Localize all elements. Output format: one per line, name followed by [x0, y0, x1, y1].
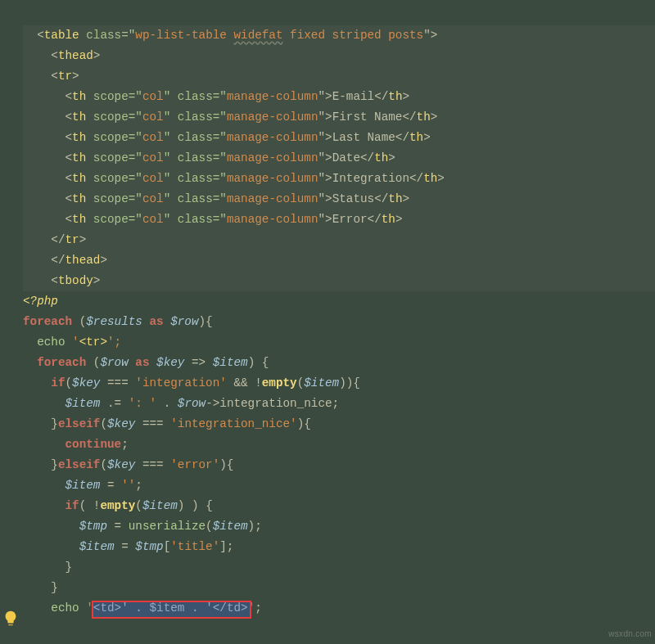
code-line: foreach ($results as $row){	[23, 312, 655, 332]
code-line: <th scope="col" class="manage-column">E-…	[23, 87, 655, 107]
code-line: <thead>	[23, 46, 655, 66]
code-line: }	[23, 557, 655, 578]
code-line: $tmp = unserialize($item);	[23, 516, 655, 537]
code-line: continue;	[23, 435, 655, 455]
code-line: <th scope="col" class="manage-column">In…	[23, 169, 655, 189]
code-line: </thead>	[23, 250, 655, 271]
editor-gutter	[0, 0, 23, 644]
code-line: <tr>	[23, 66, 655, 87]
code-line: }elseif($key === 'error'){	[23, 455, 655, 475]
code-line: <th scope="col" class="manage-column">Er…	[23, 209, 655, 230]
code-line: <tbody>	[23, 271, 655, 291]
code-line: foreach ($row as $key => $item) {	[23, 353, 655, 373]
code-line: if( !empty($item) ) {	[23, 496, 655, 516]
code-line: if($key === 'integration' && !empty($ite…	[23, 373, 655, 394]
code-line: echo '<tr>';	[23, 332, 655, 353]
code-line: <th scope="col" class="manage-column">St…	[23, 189, 655, 209]
code-line: <th scope="col" class="manage-column">Da…	[23, 148, 655, 169]
code-line: $item = $tmp['title'];	[23, 537, 655, 557]
lightbulb-icon[interactable]	[2, 610, 20, 628]
code-line: <table class="wp-list-table widefat fixe…	[23, 25, 655, 46]
code-line: <th scope="col" class="manage-column">Fi…	[23, 107, 655, 128]
code-line: }	[23, 578, 655, 598]
code-line: </tr>	[23, 230, 655, 250]
code-line: }elseif($key === 'integration_nice'){	[23, 414, 655, 435]
code-editor[interactable]: <table class="wp-list-table widefat fixe…	[23, 5, 655, 639]
code-line: <th scope="col" class="manage-column">La…	[23, 128, 655, 148]
code-line: $item = '';	[23, 475, 655, 496]
code-line: $item .= ': ' . $row->integration_nice;	[23, 394, 655, 414]
code-line: echo '<td>' . $item . '</td>';	[23, 598, 655, 619]
code-line: <?php	[23, 291, 655, 312]
watermark: wsxdn.com	[608, 627, 652, 642]
